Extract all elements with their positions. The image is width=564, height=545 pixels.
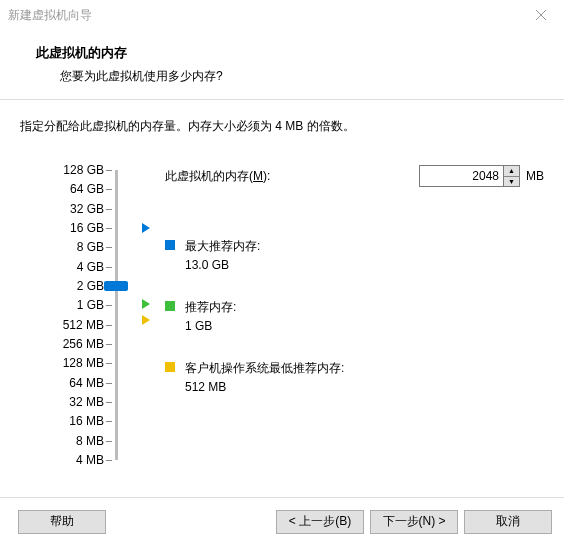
spinner-down[interactable]: ▼ [504, 177, 519, 187]
page-title: 此虚拟机的内存 [36, 44, 544, 62]
square-icon-green [165, 301, 175, 311]
memory-label: 此虚拟机的内存(M): [165, 168, 270, 185]
slider-tick-label: 4 GB [44, 260, 104, 274]
next-button[interactable]: 下一步(N) > [370, 510, 458, 534]
slider-tick-mark [106, 383, 112, 384]
legend-max-value: 13.0 GB [185, 256, 260, 275]
help-button[interactable]: 帮助 [18, 510, 106, 534]
legend-rec: 推荐内存: 1 GB [165, 298, 236, 336]
slider-tick-mark [106, 228, 112, 229]
slider-tick-mark [106, 402, 112, 403]
slider-tick-mark [106, 267, 112, 268]
slider-tick-label: 16 GB [44, 221, 104, 235]
memory-unit: MB [526, 169, 544, 183]
slider-tick-mark [106, 189, 112, 190]
content-area: 指定分配给此虚拟机的内存量。内存大小必须为 4 MB 的倍数。 128 GB64… [0, 100, 564, 475]
slider-tick-label: 8 MB [44, 434, 104, 448]
slider-tick-mark [106, 209, 112, 210]
slider-tick-mark [106, 460, 112, 461]
page-subtitle: 您要为此虚拟机使用多少内存? [60, 68, 544, 85]
close-button[interactable] [518, 0, 564, 30]
slider-tick-label: 1 GB [44, 298, 104, 312]
slider-tick-label: 512 MB [44, 318, 104, 332]
memory-slider[interactable]: 128 GB64 GB32 GB16 GB8 GB4 GB2 GB1 GB512… [20, 165, 140, 465]
slider-tick-mark [106, 421, 112, 422]
slider-tick-mark [106, 363, 112, 364]
memory-spinner[interactable]: ▲ ▼ [504, 165, 520, 187]
info-column: 此虚拟机的内存(M): ▲ ▼ MB 最大推荐内存: 13.0 GB [140, 165, 544, 465]
memory-input[interactable] [419, 165, 504, 187]
footer: 帮助 < 上一步(B) 下一步(N) > 取消 [0, 497, 564, 545]
slider-tick-label: 128 MB [44, 356, 104, 370]
legend-rec-label: 推荐内存: [185, 298, 236, 317]
slider-tick-label: 8 GB [44, 240, 104, 254]
slider-tick-label: 64 GB [44, 182, 104, 196]
slider-tick-mark [106, 325, 112, 326]
slider-tick-label: 32 GB [44, 202, 104, 216]
legend-max-label: 最大推荐内存: [185, 237, 260, 256]
legend-rec-value: 1 GB [185, 317, 236, 336]
wizard-header: 此虚拟机的内存 您要为此虚拟机使用多少内存? [0, 30, 564, 100]
legend-max: 最大推荐内存: 13.0 GB [165, 237, 260, 275]
slider-tick-label: 256 MB [44, 337, 104, 351]
slider-tick-mark [106, 170, 112, 171]
slider-tick-label: 4 MB [44, 453, 104, 467]
close-icon [536, 10, 546, 20]
square-icon-blue [165, 240, 175, 250]
slider-tick-mark [106, 344, 112, 345]
spinner-up[interactable]: ▲ [504, 166, 519, 177]
cancel-button[interactable]: 取消 [464, 510, 552, 534]
slider-tick-mark [106, 441, 112, 442]
legend-min-label: 客户机操作系统最低推荐内存: [185, 359, 344, 378]
slider-track [115, 170, 118, 460]
slider-tick-mark [106, 305, 112, 306]
titlebar: 新建虚拟机向导 [0, 0, 564, 30]
slider-tick-mark [106, 247, 112, 248]
slider-tick-label: 32 MB [44, 395, 104, 409]
slider-tick-label: 128 GB [44, 163, 104, 177]
instruction-text: 指定分配给此虚拟机的内存量。内存大小必须为 4 MB 的倍数。 [20, 118, 544, 135]
window-title: 新建虚拟机向导 [8, 7, 92, 24]
square-icon-yellow [165, 362, 175, 372]
slider-tick-label: 64 MB [44, 376, 104, 390]
back-button[interactable]: < 上一步(B) [276, 510, 364, 534]
slider-thumb[interactable] [104, 281, 128, 291]
legend-min-value: 512 MB [185, 378, 344, 397]
legend-min: 客户机操作系统最低推荐内存: 512 MB [165, 359, 344, 397]
slider-tick-label: 16 MB [44, 414, 104, 428]
slider-tick-label: 2 GB [44, 279, 104, 293]
